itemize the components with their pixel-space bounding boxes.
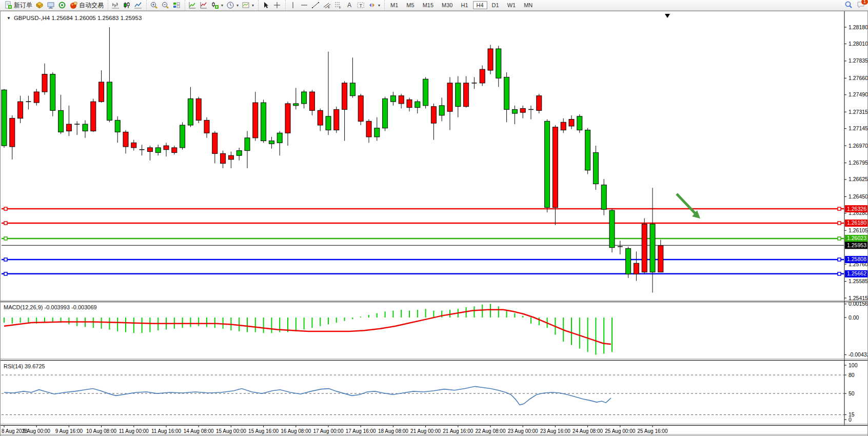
candle-body [245,138,250,151]
candle-body [123,132,128,147]
time-axis-label: 23 Aug 16:00 [540,428,570,434]
hline-handle[interactable] [4,222,7,225]
svg-text:1.25808: 1.25808 [847,256,866,262]
svg-text:0: 0 [849,417,852,423]
chart-collapse-icon[interactable]: ▼ [7,16,11,21]
timeframe-m1-button[interactable]: M1 [387,1,402,9]
toolbar-group [108,0,145,10]
gold-button[interactable] [34,1,45,10]
candle-body [253,103,258,138]
hline-handle[interactable] [4,207,7,210]
time-axis-label: 25 Aug 16:00 [638,428,668,434]
candle-body [642,224,647,272]
template-button-dropdown-icon[interactable]: ▾ [252,3,254,8]
search-icon[interactable] [844,1,853,9]
crosshair-button[interactable] [271,1,283,10]
candle-body [447,83,452,111]
candle-body [172,148,177,153]
hline-handle[interactable] [838,207,841,210]
candle-body [480,69,485,83]
data-window-button[interactable] [198,1,209,10]
candle-body [626,249,631,274]
svg-text:1.26970: 1.26970 [849,143,867,149]
hline-handle[interactable] [4,258,7,261]
arrows-button[interactable]: ▾ [366,1,382,10]
arrows-button-dropdown-icon[interactable]: ▾ [378,3,380,8]
new-order-button[interactable]: 新订单 [3,1,34,10]
timeframe-m15-button[interactable]: M15 [419,1,437,9]
timeframe-h1-button[interactable]: H1 [457,1,471,9]
new-chart-button[interactable]: ▾ [209,1,225,10]
zoom-out-button[interactable] [160,1,171,10]
vertical-line-button[interactable] [287,1,299,10]
text-label-icon: T [357,1,365,9]
candle-body [650,224,655,272]
publisher-button[interactable] [45,1,56,10]
notification-badge: 1 [861,0,868,5]
line-chart-button[interactable] [132,1,144,10]
candle-body [593,152,598,184]
equidistant-channel-icon: E [323,1,331,9]
time-axis-label: 10 Aug 08:00 [86,428,116,434]
candle-body [439,106,444,115]
candle-body [164,146,169,150]
tile-windows-button[interactable] [171,1,182,10]
svg-text:F: F [339,6,341,9]
signals-button[interactable] [56,1,68,10]
svg-text:1.27660: 1.27660 [849,75,867,81]
timeframe-mn-button[interactable]: MN [520,1,536,9]
hline-handle[interactable] [838,237,841,240]
trendline-button[interactable] [310,1,321,10]
time-axis-label: 17 Aug 00:00 [313,428,344,434]
fibonacci-button[interactable]: F [332,1,344,10]
svg-text:50: 50 [849,390,855,397]
timeframe-w1-button[interactable]: W1 [504,1,520,9]
zoom-out-icon [161,1,169,9]
periods-button-dropdown-icon[interactable]: ▾ [236,3,239,8]
chart-window[interactable]: ▼ GBPUSD-,H4 1.25684 1.26005 1.25683 1.2… [0,11,868,436]
notifications-icon[interactable]: 1 [857,1,865,9]
periods-button[interactable]: ▾ [225,1,240,10]
candle-body [520,109,525,113]
template-button[interactable]: ▾ [240,1,255,10]
text-button[interactable]: A [344,1,355,10]
data-window-icon [200,1,208,9]
hline-handle[interactable] [4,272,7,275]
horizontal-line-button[interactable] [299,1,310,10]
text-icon: A [345,1,353,9]
toolbar-group: ▾▾▾ [185,0,257,10]
fibonacci-icon: F [334,1,342,9]
new-chart-button-dropdown-icon[interactable]: ▾ [221,3,223,8]
timeframe-m5-button[interactable]: M5 [403,1,418,9]
candle-body [601,185,606,209]
toolbar-group: 新订单自动交易 [1,0,107,10]
candle-body [83,124,88,131]
auto-trading-icon [69,1,77,9]
svg-text:80: 80 [849,372,855,378]
hline-handle[interactable] [4,237,7,240]
svg-text:1.26795: 1.26795 [849,160,867,166]
bar-chart-button[interactable] [110,1,121,10]
candlestick-chart-button[interactable] [121,1,132,10]
candle-body [585,130,590,170]
zoom-in-button[interactable] [148,1,160,10]
cursor-button[interactable] [260,1,271,10]
time-axis-label: 9 Aug 16:00 [55,428,83,434]
indicators-button[interactable] [187,1,198,10]
timeframe-h4-button[interactable]: H4 [473,1,487,9]
toolbar-group: EFAT▾ [285,0,383,10]
hline-handle[interactable] [838,222,841,225]
toolbar-right: 1 [844,1,865,9]
text-label-button[interactable]: T [355,1,366,10]
hline-handle[interactable] [838,258,841,261]
timeframe-d1-button[interactable]: D1 [488,1,503,9]
hline-handle[interactable] [838,272,841,275]
chart-canvas[interactable]: 1.281801.280101.278351.276601.274901.273… [1,11,867,435]
auto-trading-button[interactable]: 自动交易 [68,1,105,10]
timeframe-m30-button[interactable]: M30 [438,1,456,9]
candle-body [147,148,152,152]
publisher-icon [47,1,55,9]
equidistant-channel-button[interactable]: E [321,1,332,10]
candle-body [537,96,542,111]
horizontal-line-icon [300,1,308,9]
